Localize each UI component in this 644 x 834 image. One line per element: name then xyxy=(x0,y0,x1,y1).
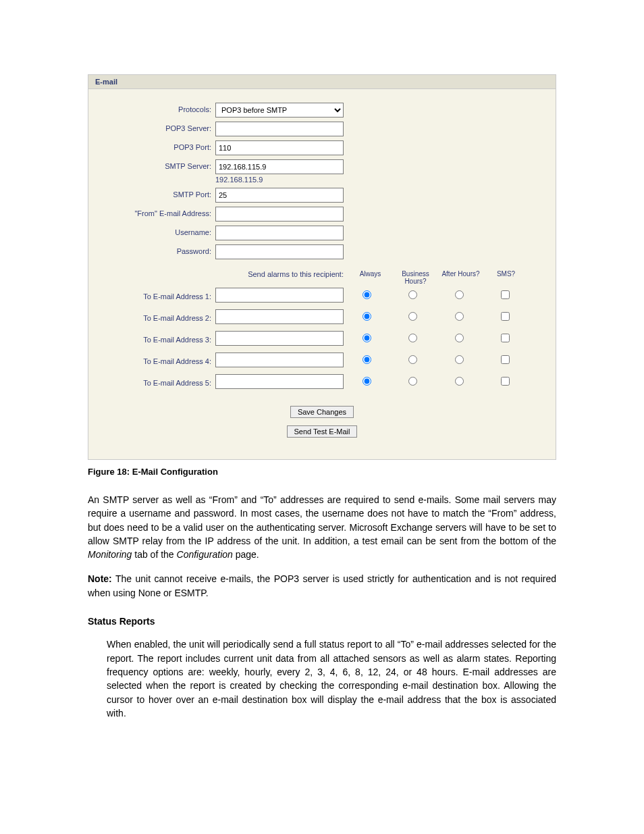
col-sms: SMS? xyxy=(483,270,529,285)
recipient-label: To E-mail Address 4: xyxy=(115,355,215,365)
from-address-label: "From" E-mail Address: xyxy=(115,207,215,217)
pop3-server-input[interactable] xyxy=(215,122,344,136)
recipients-heading: Send alarms to this recipient: xyxy=(215,270,348,285)
recipient-always-radio[interactable] xyxy=(363,312,371,321)
pop3-port-input[interactable] xyxy=(215,140,344,155)
recipient-email-input[interactable] xyxy=(215,331,344,346)
username-input[interactable] xyxy=(215,226,344,240)
recipient-sms-checkbox[interactable] xyxy=(501,377,510,386)
pop3-port-label: POP3 Port: xyxy=(115,140,215,151)
recipient-always-radio[interactable] xyxy=(363,334,371,342)
recipient-after-radio[interactable] xyxy=(455,290,464,299)
protocols-label: Protocols: xyxy=(115,103,215,113)
recipient-label: To E-mail Address 3: xyxy=(115,333,215,344)
username-label: Username: xyxy=(115,226,215,236)
smtp-port-input[interactable] xyxy=(215,188,344,203)
recipient-always-radio[interactable] xyxy=(363,377,371,386)
smtp-server-label: SMTP Server: xyxy=(115,159,215,170)
section-title-status-reports: Status Reports xyxy=(88,615,556,628)
col-business-hours: Business Hours? xyxy=(393,270,438,285)
recipient-label: To E-mail Address 5: xyxy=(115,376,215,387)
recipient-after-radio[interactable] xyxy=(455,377,464,386)
recipient-row: To E-mail Address 2: xyxy=(115,309,529,324)
recipient-email-input[interactable] xyxy=(215,309,344,324)
recipient-business-radio[interactable] xyxy=(408,377,417,386)
recipient-sms-checkbox[interactable] xyxy=(501,290,510,299)
col-after-hours: After Hours? xyxy=(438,270,483,285)
recipient-after-radio[interactable] xyxy=(455,334,464,342)
send-test-email-button[interactable]: Send Test E-Mail xyxy=(287,425,358,438)
recipient-business-radio[interactable] xyxy=(408,290,417,299)
recipient-email-input[interactable] xyxy=(215,353,344,367)
recipient-row: To E-mail Address 5: xyxy=(115,374,529,389)
recipient-row: To E-mail Address 3: xyxy=(115,331,529,346)
pop3-server-label: POP3 Server: xyxy=(115,122,215,132)
recipient-row: To E-mail Address 4: xyxy=(115,353,529,367)
recipient-row: To E-mail Address 1: xyxy=(115,288,529,303)
save-changes-button[interactable]: Save Changes xyxy=(290,406,354,418)
recipient-sms-checkbox[interactable] xyxy=(501,334,510,342)
smtp-port-label: SMTP Port: xyxy=(115,188,215,199)
recipient-always-radio[interactable] xyxy=(363,355,371,364)
recipient-sms-checkbox[interactable] xyxy=(501,312,510,321)
paragraph-status-reports: When enabled, the unit will periodically… xyxy=(88,637,556,720)
recipient-always-radio[interactable] xyxy=(363,290,371,299)
smtp-server-note: 192.168.115.9 xyxy=(215,176,344,184)
recipient-after-radio[interactable] xyxy=(455,312,464,321)
recipient-label: To E-mail Address 1: xyxy=(115,290,215,301)
col-always: Always xyxy=(348,270,393,285)
password-label: Password: xyxy=(115,244,215,255)
recipient-business-radio[interactable] xyxy=(408,312,417,321)
recipient-email-input[interactable] xyxy=(215,288,344,303)
recipient-sms-checkbox[interactable] xyxy=(501,355,510,364)
panel-title: E-mail xyxy=(88,75,556,89)
smtp-server-input[interactable] xyxy=(215,159,344,174)
recipient-business-radio[interactable] xyxy=(408,334,417,342)
paragraph-note: Note: The unit cannot receive e-mails, t… xyxy=(88,572,556,600)
password-input[interactable] xyxy=(215,244,344,259)
recipient-email-input[interactable] xyxy=(215,374,344,389)
protocols-select[interactable]: POP3 before SMTP xyxy=(215,103,344,118)
figure-caption: Figure 18: E-Mail Configuration xyxy=(88,467,556,477)
email-panel: E-mail Protocols: POP3 before SMTP POP3 … xyxy=(88,74,556,460)
from-address-input[interactable] xyxy=(215,207,344,221)
recipient-business-radio[interactable] xyxy=(408,355,417,364)
paragraph-smtp-intro: An SMTP server as well as “From” and “To… xyxy=(88,493,556,561)
recipient-label: To E-mail Address 2: xyxy=(115,311,215,322)
recipient-after-radio[interactable] xyxy=(455,355,464,364)
